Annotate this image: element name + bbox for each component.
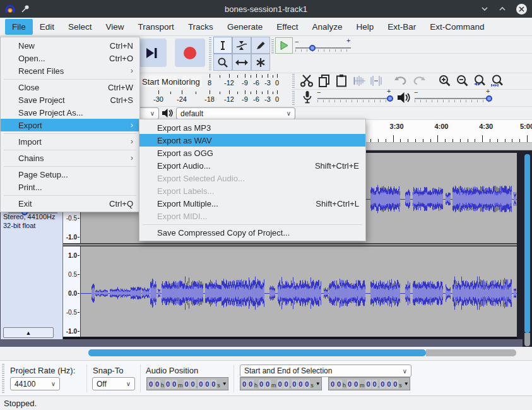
- menubar-item-transport[interactable]: Transport: [131, 19, 181, 35]
- time-shift-tool-button[interactable]: [232, 54, 251, 71]
- vertical-scrollbar[interactable]: [524, 154, 530, 333]
- menubar-item-analyze[interactable]: Analyze: [305, 19, 349, 35]
- export-submenu-item-export-as-ogg[interactable]: Export as OGG: [139, 147, 365, 159]
- time-digit[interactable]: 0: [248, 380, 254, 389]
- menubar-item-ext-command[interactable]: Ext-Command: [423, 19, 491, 35]
- tools-toolbar-grip[interactable]: [209, 37, 211, 70]
- close-icon[interactable]: [513, 0, 529, 18]
- menubar-item-tracks[interactable]: Tracks: [181, 19, 220, 35]
- time-digit[interactable]: 0: [353, 380, 359, 389]
- time-digit[interactable]: 0: [242, 380, 247, 389]
- track-collapse-button[interactable]: ▲: [3, 327, 54, 338]
- trim-audio-button[interactable]: [353, 75, 367, 90]
- menubar-item-view[interactable]: View: [99, 19, 131, 35]
- selection-mode-combo[interactable]: Start and End of Selection∨: [240, 365, 411, 377]
- play-at-speed-button[interactable]: [275, 37, 293, 54]
- time-digit[interactable]: 0: [365, 380, 371, 389]
- file-menu-item-save-project-as[interactable]: Save Project As...: [1, 106, 139, 119]
- time-digit[interactable]: s: [310, 382, 314, 390]
- speed-slider[interactable]: [295, 47, 351, 49]
- project-rate-combo[interactable]: 44100∨: [10, 377, 60, 390]
- audio-position-field[interactable]: 00h00m00.000s▼: [146, 377, 228, 390]
- waveform-right-channel[interactable]: [81, 246, 517, 337]
- speed-slider-thumb[interactable]: [309, 45, 316, 51]
- chevron-up-icon[interactable]: [494, 0, 511, 18]
- edit-toolbar-grip[interactable]: [292, 74, 295, 88]
- time-digit[interactable]: 0: [198, 380, 204, 389]
- zoom-fit-button[interactable]: [490, 74, 505, 90]
- time-digit[interactable]: 0: [165, 380, 171, 389]
- time-digit[interactable]: 0: [336, 380, 342, 389]
- time-digit[interactable]: 0: [283, 380, 289, 389]
- recording-volume-thumb[interactable]: [387, 95, 393, 102]
- selection-toolbar-grip[interactable]: [2, 364, 4, 393]
- selection-tool-button[interactable]: [213, 37, 232, 54]
- zoom-out-button[interactable]: [456, 74, 470, 90]
- time-digit[interactable]: 0: [393, 380, 398, 389]
- file-menu-item-open[interactable]: Open...Ctrl+O: [1, 52, 139, 64]
- vertical-ruler-right-channel[interactable]: 1.00.50.0-0.5-1.0: [63, 246, 81, 337]
- time-digit[interactable]: 0: [204, 380, 210, 389]
- menubar-item-file[interactable]: File: [5, 19, 33, 35]
- time-digit[interactable]: 0: [155, 380, 160, 389]
- time-field-dropdown-icon[interactable]: ▼: [222, 381, 227, 387]
- chevron-down-icon[interactable]: [476, 0, 493, 18]
- file-menu-item-chains[interactable]: Chains›: [1, 152, 139, 164]
- time-digit[interactable]: 0: [259, 380, 264, 389]
- time-digit[interactable]: 0: [184, 380, 189, 389]
- time-digit[interactable]: 0: [304, 380, 310, 389]
- skip-to-end-button[interactable]: [136, 39, 167, 67]
- time-digit[interactable]: m: [178, 382, 183, 390]
- menubar-item-generate[interactable]: Generate: [220, 19, 269, 35]
- file-menu-item-save-project[interactable]: Save ProjectCtrl+S: [1, 93, 139, 106]
- draw-tool-button[interactable]: [251, 37, 270, 54]
- playback-device-combo[interactable]: default∨: [176, 107, 295, 119]
- zoom-tool-button[interactable]: [213, 54, 232, 71]
- paste-button[interactable]: [334, 74, 348, 90]
- transcription-toolbar-grip[interactable]: [271, 38, 274, 53]
- time-digit[interactable]: s: [217, 382, 220, 390]
- file-menu-item-page-setup[interactable]: Page Setup...: [1, 168, 139, 181]
- selection-end-field[interactable]: 00h00m00.000s▼: [328, 377, 410, 390]
- menubar-item-ext-bar[interactable]: Ext-Bar: [381, 19, 423, 35]
- vertical-scrollbar-groove[interactable]: [524, 333, 530, 346]
- time-digit[interactable]: 0: [380, 380, 386, 389]
- export-submenu-item-export-multiple[interactable]: Export Multiple...Shift+Ctrl+L: [139, 197, 365, 210]
- multi-tool-button[interactable]: [251, 54, 270, 71]
- time-digit[interactable]: 0: [372, 380, 377, 389]
- time-digit[interactable]: 0: [265, 380, 271, 389]
- playback-volume-thumb[interactable]: [486, 95, 492, 102]
- undo-button[interactable]: [393, 75, 408, 90]
- file-menu-item-recent-files[interactable]: Recent Files›: [1, 64, 139, 77]
- file-menu-item-import[interactable]: Import›: [1, 135, 139, 148]
- menubar-item-effect[interactable]: Effect: [269, 19, 305, 35]
- export-submenu-item-save-compressed-copy-of-project[interactable]: Save Compressed Copy of Project...: [139, 226, 365, 239]
- time-digit[interactable]: 0: [386, 380, 392, 389]
- time-digit[interactable]: h: [343, 382, 346, 390]
- silence-audio-button[interactable]: [369, 75, 383, 90]
- file-menu-item-new[interactable]: NewCtrl+N: [1, 39, 139, 52]
- time-digit[interactable]: 0: [148, 380, 154, 389]
- time-digit[interactable]: m: [360, 382, 365, 390]
- snap-to-combo[interactable]: Off∨: [92, 377, 135, 390]
- zoom-in-button[interactable]: [438, 74, 452, 90]
- time-field-dropdown-icon[interactable]: ▼: [404, 381, 409, 387]
- export-submenu-item-export-as-mp3[interactable]: Export as MP3: [139, 121, 365, 134]
- time-digit[interactable]: 0: [292, 380, 297, 389]
- time-digit[interactable]: 0: [298, 380, 304, 389]
- selection-start-field[interactable]: 00h00m00.000s▼: [240, 377, 322, 390]
- track-resize-strip[interactable]: [0, 339, 523, 347]
- redo-button[interactable]: [411, 75, 427, 90]
- playback-meter[interactable]: -30-24-18-12-9-6-30: [135, 90, 292, 106]
- record-button[interactable]: [175, 39, 205, 67]
- menubar-item-select[interactable]: Select: [61, 19, 99, 35]
- menubar-item-edit[interactable]: Edit: [33, 19, 61, 35]
- file-menu-item-export[interactable]: Export›: [1, 119, 139, 131]
- time-digit[interactable]: 0: [347, 380, 353, 389]
- time-digit[interactable]: 0: [330, 380, 336, 389]
- time-digit[interactable]: h: [254, 382, 257, 390]
- file-menu-item-exit[interactable]: ExitCtrl+Q: [1, 197, 139, 210]
- export-submenu-item-export-audio[interactable]: Export Audio...Shift+Ctrl+E: [139, 159, 365, 172]
- start-monitoring-label[interactable]: Start Monitoring: [140, 76, 202, 87]
- menubar-item-help[interactable]: Help: [349, 19, 381, 35]
